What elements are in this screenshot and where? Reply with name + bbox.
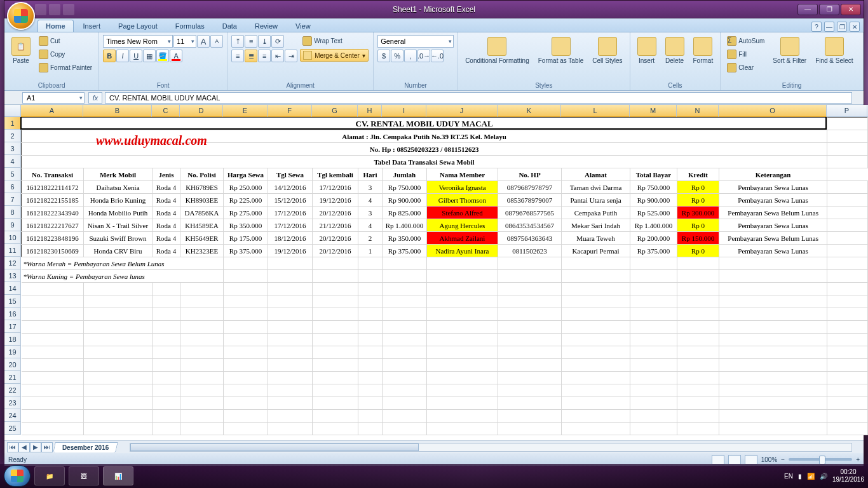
align-middle-button[interactable]: ≡ [245, 35, 257, 48]
fill-button[interactable]: Fill [724, 48, 767, 60]
column-headers[interactable]: ABCDEFGHIJKLMNOPQ [21, 105, 868, 117]
sheet-nav-prev-icon[interactable]: ◀ [18, 442, 30, 452]
col-header-E[interactable]: E [223, 105, 268, 117]
taskbar-app-icon[interactable]: 🖼 [69, 466, 99, 485]
row-header-11[interactable]: 11 [4, 244, 21, 257]
tab-view[interactable]: View [287, 20, 319, 32]
tab-review[interactable]: Review [247, 20, 286, 32]
zoom-out-button[interactable]: − [781, 456, 785, 463]
row-header-16[interactable]: 16 [4, 308, 21, 320]
col-header-K[interactable]: K [498, 105, 561, 117]
conditional-formatting-button[interactable]: Conditional Formatting [462, 35, 532, 66]
cell-styles-button[interactable]: Cell Styles [589, 35, 625, 66]
zoom-level[interactable]: 100% [761, 456, 778, 463]
taskbar-excel-icon[interactable]: 📊 [103, 466, 133, 485]
row-header-14[interactable]: 14 [4, 282, 21, 295]
col-header-L[interactable]: L [561, 105, 630, 117]
qat-undo-icon[interactable] [49, 4, 60, 15]
row-header-4[interactable]: 4 [4, 155, 21, 168]
row-header-19[interactable]: 19 [4, 346, 21, 358]
col-header-C[interactable]: C [152, 105, 180, 117]
row-header-6[interactable]: 6 [4, 180, 21, 193]
copy-button[interactable]: Copy [36, 48, 95, 60]
underline-button[interactable]: U [130, 50, 142, 62]
align-center-button[interactable]: ≣ [245, 50, 257, 62]
page-break-view-button[interactable] [745, 455, 757, 464]
autosum-button[interactable]: ΣAutoSum [724, 35, 767, 47]
select-all-button[interactable] [4, 105, 21, 117]
delete-cells-button[interactable]: Delete [662, 35, 688, 66]
clear-button[interactable]: Clear [724, 62, 767, 74]
tab-home[interactable]: Home [37, 20, 74, 32]
font-color-button[interactable]: A [170, 50, 182, 62]
col-header-I[interactable]: I [382, 105, 426, 117]
tab-data[interactable]: Data [214, 20, 245, 32]
row-header-23[interactable]: 23 [4, 396, 21, 409]
maximize-button[interactable]: ❐ [819, 4, 839, 15]
col-header-H[interactable]: H [358, 105, 382, 117]
name-box[interactable]: A1 [22, 92, 85, 104]
row-header-2[interactable]: 2 [4, 130, 21, 142]
decrease-decimal-button[interactable]: ←.0 [431, 50, 444, 62]
cut-button[interactable]: Cut [36, 35, 95, 47]
row-header-9[interactable]: 9 [4, 219, 21, 231]
row-header-21[interactable]: 21 [4, 371, 21, 384]
sort-filter-button[interactable]: Sort & Filter [770, 35, 810, 66]
normal-view-button[interactable] [712, 455, 724, 464]
col-header-O[interactable]: O [719, 105, 827, 117]
row-header-18[interactable]: 18 [4, 333, 21, 346]
row-header-12[interactable]: 12 [4, 257, 21, 269]
row-header-7[interactable]: 7 [4, 193, 21, 206]
row-header-3[interactable]: 3 [4, 142, 21, 155]
help-icon[interactable]: ? [811, 22, 822, 32]
row-header-22[interactable]: 22 [4, 384, 21, 396]
format-as-table-button[interactable]: Format as Table [535, 35, 587, 66]
row-header-24[interactable]: 24 [4, 409, 21, 422]
font-size-combo[interactable]: 11 [173, 35, 196, 48]
tab-insert[interactable]: Insert [75, 20, 109, 32]
tab-formulas[interactable]: Formulas [167, 20, 213, 32]
tray-volume-icon[interactable]: 🔊 [820, 473, 827, 480]
col-header-F[interactable]: F [268, 105, 312, 117]
orientation-button[interactable]: ⟳ [271, 35, 284, 48]
row-header-10[interactable]: 10 [4, 231, 21, 244]
sheet-tab-active[interactable]: Desember 2016 [53, 442, 118, 452]
col-header-A[interactable]: A [21, 105, 83, 117]
row-header-8[interactable]: 8 [4, 206, 21, 219]
paste-button[interactable]: 📋Paste [8, 35, 34, 66]
close-button[interactable]: ✕ [841, 4, 861, 15]
wrap-text-button[interactable]: Wrap Text [300, 35, 369, 47]
row-header-17[interactable]: 17 [4, 320, 21, 333]
sheet-nav-first-icon[interactable]: ⏮ [7, 442, 18, 452]
zoom-in-button[interactable]: + [856, 456, 860, 463]
row-header-15[interactable]: 15 [4, 295, 21, 308]
close-workbook-icon[interactable]: ✕ [850, 22, 860, 32]
sheet-nav-next-icon[interactable]: ▶ [30, 442, 41, 452]
qat-redo-icon[interactable] [63, 4, 74, 15]
format-cells-button[interactable]: Format [690, 35, 717, 66]
row-header-13[interactable]: 13 [4, 269, 21, 282]
merge-center-button[interactable]: Merge & Center▾ [300, 49, 369, 62]
col-header-D[interactable]: D [180, 105, 223, 117]
italic-button[interactable]: I [116, 50, 129, 62]
col-header-M[interactable]: M [630, 105, 677, 117]
hscroll-thumb[interactable] [130, 444, 419, 451]
decrease-indent-button[interactable]: ⇤ [271, 50, 284, 62]
horizontal-scrollbar[interactable] [130, 443, 852, 452]
align-bottom-button[interactable]: ⤓ [258, 35, 271, 48]
sheet-nav-last-icon[interactable]: ⏭ [41, 442, 53, 452]
page-layout-view-button[interactable] [728, 455, 741, 464]
find-select-button[interactable]: Find & Select [812, 35, 856, 66]
align-left-button[interactable]: ≡ [231, 50, 244, 62]
bold-button[interactable]: B [103, 50, 116, 62]
insert-cells-button[interactable]: Insert [634, 35, 660, 66]
align-top-button[interactable]: ⤒ [231, 35, 244, 48]
start-button[interactable] [4, 465, 31, 487]
fill-color-button[interactable]: 🪣 [156, 50, 169, 62]
taskbar-explorer-icon[interactable]: 📁 [34, 466, 65, 485]
shrink-font-button[interactable]: A [210, 35, 223, 48]
comma-button[interactable]: , [404, 50, 417, 62]
percent-button[interactable]: % [391, 50, 403, 62]
row-headers[interactable]: 1234567891011121314151617181920212223242… [4, 117, 21, 440]
qat-save-icon[interactable] [35, 4, 46, 15]
